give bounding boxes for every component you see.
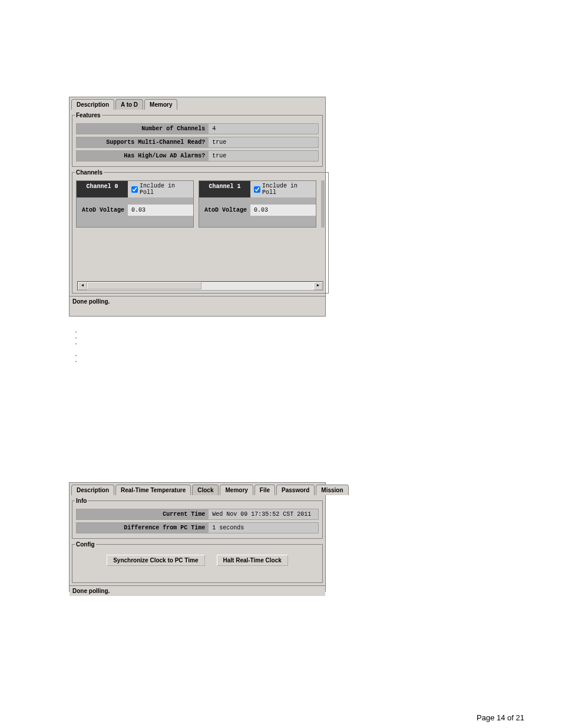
features-group: Features Number of Channels 4 Supports M… [72, 112, 323, 167]
voltage-value: 0.03 [128, 205, 193, 216]
synchronize-clock-button[interactable]: Synchronize Clock to PC Time [107, 555, 204, 566]
include-checkbox[interactable] [254, 186, 260, 193]
status-bar: Done polling. [70, 296, 325, 307]
channel-name: Channel 1 [199, 181, 250, 197]
voltage-label: AtoD Voltage [77, 205, 128, 216]
tab-password[interactable]: Password [276, 485, 315, 495]
tab-description[interactable]: Description [71, 99, 114, 110]
tab-mission[interactable]: Mission [316, 485, 348, 495]
voltage-label: AtoD Voltage [199, 205, 250, 216]
feature-label: Has High/Low AD Alarms? [77, 151, 209, 161]
channel-card-0: Channel 0 Include in Poll AtoD Voltage 0… [76, 180, 194, 228]
vertical-scrollbar-stub[interactable] [321, 180, 325, 228]
halt-real-time-clock-button[interactable]: Halt Real-Time Clock [217, 555, 288, 566]
config-legend: Config [75, 541, 96, 548]
channels-inner: Channel 0 Include in Poll AtoD Voltage 0… [75, 178, 326, 230]
info-value: 1 seconds [209, 523, 318, 533]
feature-value: 4 [209, 124, 318, 134]
horizontal-scrollbar[interactable]: ◄ ► [77, 281, 323, 291]
info-value: Wed Nov 09 17:35:52 CST 2011 [209, 509, 318, 519]
feature-row: Number of Channels 4 [76, 123, 319, 134]
a-to-d-panel: Description A to D Memory Features Numbe… [69, 97, 326, 317]
include-in-poll-checkbox[interactable]: Include in Poll [250, 181, 316, 197]
tab-description[interactable]: Description [71, 485, 114, 495]
feature-row: Supports Multi-Channel Read? true [76, 137, 319, 148]
channel-name: Channel 0 [77, 181, 128, 197]
tab-memory[interactable]: Memory [144, 99, 177, 110]
include-label: Include in Poll [140, 183, 190, 196]
tab-a-to-d[interactable]: A to D [115, 99, 143, 110]
page-number: Page 14 of 21 [477, 713, 524, 722]
feature-value: true [209, 137, 318, 147]
tab-clock[interactable]: Clock [192, 485, 219, 495]
info-group: Info Current Time Wed Nov 09 17:35:52 CS… [72, 498, 323, 539]
scroll-track[interactable] [87, 282, 313, 290]
config-group: Config Synchronize Clock to PC Time Halt… [72, 541, 323, 583]
tab-memory[interactable]: Memory [220, 485, 253, 495]
status-bar: Done polling. [70, 585, 325, 596]
a2d-tab-row: Description A to D Memory [70, 97, 325, 110]
channels-legend: Channels [75, 169, 104, 176]
info-label: Difference from PC Time [77, 523, 209, 533]
scroll-thumb[interactable] [87, 282, 201, 289]
tab-real-time-temperature[interactable]: Real-Time Temperature [115, 485, 191, 495]
info-legend: Info [75, 498, 88, 504]
features-legend: Features [75, 112, 102, 118]
clock-tab-row: Description Real-Time Temperature Clock … [70, 483, 325, 495]
info-row: Difference from PC Time 1 seconds [76, 522, 319, 533]
feature-row: Has High/Low AD Alarms? true [76, 150, 319, 162]
feature-label: Supports Multi-Channel Read? [77, 137, 209, 147]
feature-value: true [209, 151, 318, 161]
channels-group: Channels Channel 0 Include in Poll AtoD … [72, 169, 329, 294]
info-row: Current Time Wed Nov 09 17:35:52 CST 201… [76, 509, 319, 520]
clock-panel: Description Real-Time Temperature Clock … [69, 482, 326, 592]
channels-scroll-area: Channel 0 Include in Poll AtoD Voltage 0… [75, 178, 326, 281]
include-checkbox[interactable] [131, 186, 138, 193]
include-in-poll-checkbox[interactable]: Include in Poll [128, 181, 193, 197]
tab-file[interactable]: File [254, 485, 275, 495]
bullet-marks: ••••• [75, 329, 77, 364]
include-label: Include in Poll [262, 183, 312, 196]
voltage-value: 0.03 [250, 205, 316, 216]
scroll-left-icon[interactable]: ◄ [78, 282, 87, 290]
info-label: Current Time [77, 509, 209, 519]
feature-label: Number of Channels [77, 124, 209, 134]
channel-card-1: Channel 1 Include in Poll AtoD Voltage 0… [199, 180, 316, 228]
scroll-right-icon[interactable]: ► [313, 282, 323, 290]
